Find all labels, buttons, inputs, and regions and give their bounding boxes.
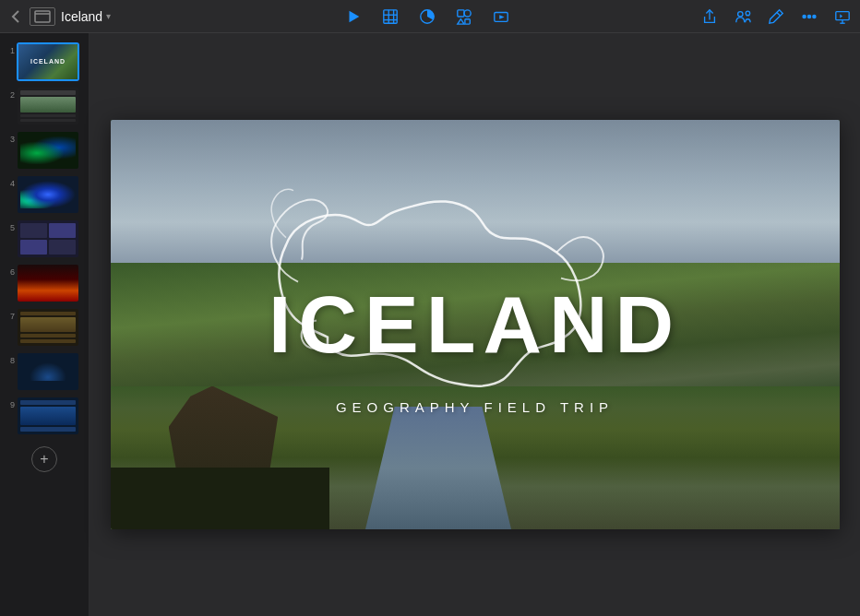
shapes-button[interactable]: [454, 6, 474, 27]
thumb-9-img: [20, 407, 76, 425]
slide-item-6[interactable]: 6: [0, 262, 89, 304]
slide-thumb-2: [17, 87, 79, 125]
thumb-2-bar: [20, 90, 76, 95]
thumb-7-bar3: [20, 339, 76, 343]
table-button[interactable]: [380, 6, 400, 27]
slide-1-thumb-text: ICELAND: [30, 58, 66, 65]
svg-marker-11: [458, 18, 464, 23]
slide-thumb-8: [17, 352, 79, 391]
slide-thumb-7: [17, 308, 79, 347]
svg-line-17: [777, 12, 781, 16]
slide-item-9[interactable]: 9: [0, 395, 89, 437]
slide-number-9: 9: [2, 397, 15, 409]
play-button[interactable]: [343, 6, 364, 27]
thumb-4-aurora: [20, 181, 76, 208]
slide-item-8[interactable]: 8: [0, 350, 89, 393]
more-button[interactable]: [799, 6, 819, 27]
slide-thumb-6: [17, 264, 79, 302]
slide-item-1[interactable]: 1 ICELAND: [0, 41, 89, 83]
thumb-6-volcano: [18, 265, 78, 302]
svg-marker-14: [499, 15, 504, 19]
slide-subtitle: GEOGRAPHY FIELD TRIP: [336, 399, 614, 415]
topbar-left: Iceland ▾: [7, 7, 155, 26]
slide-item-3[interactable]: 3: [0, 129, 89, 172]
thumb-9-bar: [20, 400, 76, 405]
slide-number-4: 4: [2, 175, 15, 188]
thumb-5-cell-3: [20, 240, 47, 255]
thumb-7-bar2: [20, 334, 76, 338]
slide-thumb-9: [17, 397, 79, 435]
slide-panel: 1 ICELAND 2 3: [0, 33, 90, 616]
svg-point-19: [808, 15, 811, 18]
slide-number-8: 8: [2, 352, 15, 365]
slide-number-3: 3: [2, 131, 15, 144]
topbar-center: [155, 6, 699, 27]
window-icon: [30, 7, 55, 26]
thumb-8-whale: [30, 362, 66, 381]
thumb-5-cell-4: [49, 240, 76, 255]
collaborate-button[interactable]: [733, 6, 753, 27]
svg-marker-2: [350, 10, 360, 22]
thumb-7-bar: [20, 312, 76, 315]
topbar-right: [699, 6, 853, 27]
slide-title: ICELAND: [269, 278, 681, 372]
chart-button[interactable]: [417, 6, 437, 27]
thumb-7-img: [20, 317, 76, 332]
slide-canvas[interactable]: ICELAND GEOGRAPHY FIELD TRIP: [111, 120, 840, 529]
svg-rect-9: [458, 9, 464, 16]
svg-point-15: [738, 11, 743, 16]
svg-rect-21: [836, 11, 849, 19]
back-button[interactable]: [7, 7, 24, 26]
slide-number-2: 2: [2, 87, 15, 100]
slide-number-6: 6: [2, 264, 15, 277]
presentation-title: Iceland: [61, 9, 102, 24]
slide-number-5: 5: [2, 219, 15, 232]
slide-foreground: [111, 468, 329, 529]
thumb-5-cell-1: [20, 223, 47, 238]
slide-number-7: 7: [2, 308, 15, 321]
thumb-5-cell-2: [49, 223, 76, 238]
slide-number-1: 1: [2, 42, 15, 55]
title-area[interactable]: Iceland ▾: [61, 9, 111, 24]
svg-rect-12: [465, 18, 470, 23]
slide-thumb-3: [17, 131, 79, 170]
slide-thumb-4: [17, 175, 79, 214]
present-button[interactable]: [832, 6, 853, 27]
share-button[interactable]: [699, 6, 720, 27]
svg-rect-3: [384, 9, 397, 22]
thumb-2-bar2b: [20, 119, 76, 122]
svg-point-20: [813, 15, 816, 18]
title-chevron-icon: ▾: [106, 11, 111, 21]
pen-button[interactable]: [766, 6, 786, 27]
thumb-2-bar2: [20, 114, 76, 117]
slide-item-4[interactable]: 4: [0, 173, 89, 216]
add-slide-button[interactable]: +: [31, 446, 57, 472]
svg-rect-0: [35, 11, 50, 22]
canvas-area: ICELAND GEOGRAPHY FIELD TRIP: [90, 33, 860, 616]
svg-point-10: [464, 9, 471, 16]
thumb-3-aurora: [20, 136, 76, 164]
media-button[interactable]: [491, 6, 511, 27]
slide-item-5[interactable]: 5: [0, 218, 89, 260]
thumb-2-img: [20, 97, 76, 113]
topbar: Iceland ▾: [0, 0, 860, 33]
main-area: 1 ICELAND 2 3: [0, 33, 860, 616]
slide-item-7[interactable]: 7: [0, 306, 89, 349]
slide-thumb-1: ICELAND: [17, 42, 79, 81]
svg-point-18: [803, 15, 806, 18]
slide-item-2[interactable]: 2: [0, 85, 89, 127]
slide-thumb-5: [17, 219, 79, 258]
thumb-9-bar2: [20, 427, 76, 432]
